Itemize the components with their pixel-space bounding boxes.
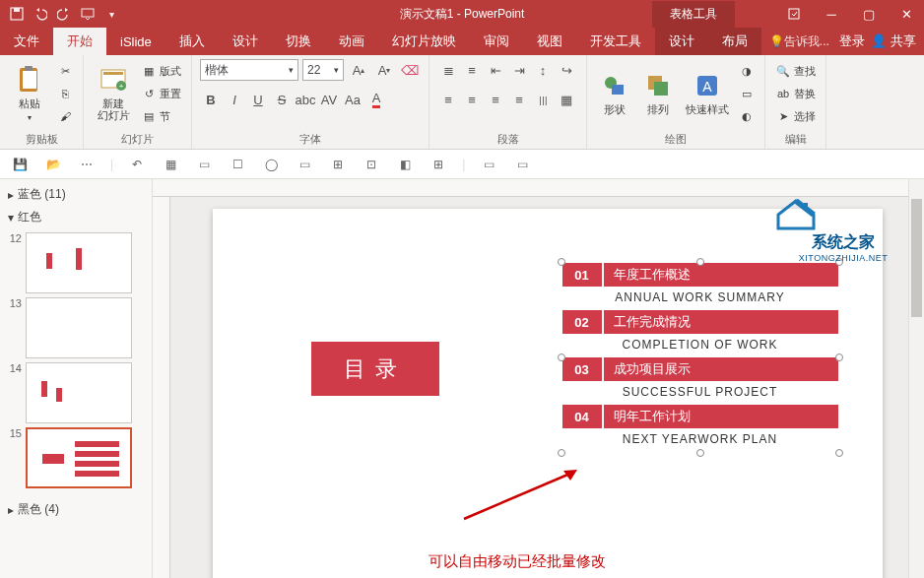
tab-layout[interactable]: 布局 xyxy=(708,28,761,55)
grow-font-button[interactable]: A▴ xyxy=(348,59,369,81)
toc-title-box[interactable]: 目录 xyxy=(311,342,439,396)
tab-animations[interactable]: 动画 xyxy=(325,28,378,55)
clear-format-button[interactable]: ⌫ xyxy=(399,59,421,81)
undo-icon[interactable] xyxy=(32,5,49,23)
group-font: 楷体▾ 22▾ A▴ A▾ ⌫ B I U S abc AV Aa A 字体 xyxy=(192,55,429,149)
toc-row[interactable]: 03成功项目展示 xyxy=(562,357,838,381)
line-spacing-button[interactable]: ↕ xyxy=(532,59,554,81)
section-icon: ▤ xyxy=(141,108,157,124)
tell-me-search[interactable]: 💡 告诉我... xyxy=(769,28,829,55)
shape-outline-button[interactable]: ▭ xyxy=(737,84,757,103)
quickstyles-button[interactable]: A快速样式 xyxy=(682,59,733,128)
tool-icon[interactable]: ▭ xyxy=(479,155,498,174)
thumb-14[interactable]: 14 xyxy=(6,362,146,423)
ribbon-options-icon[interactable] xyxy=(776,0,812,28)
new-slide-button[interactable]: + 新建 幻灯片 xyxy=(92,59,135,128)
slide-nav-pane[interactable]: ▸蓝色 (11) ▾红色 12 13 14 15 ▸黑色 (4) xyxy=(0,179,153,578)
shapes-button[interactable]: 形状 xyxy=(595,59,634,128)
toc-row[interactable]: 01年度工作概述 xyxy=(562,263,838,287)
tab-review[interactable]: 审阅 xyxy=(470,28,523,55)
bullets-button[interactable]: ≣ xyxy=(437,59,459,81)
spacing-button[interactable]: AV xyxy=(318,89,340,110)
slide[interactable]: 目录 01年度工作概述ANNUAL WORK SUMMARY02工作完成情况CO… xyxy=(213,209,883,578)
format-painter-button[interactable]: 🖌 xyxy=(55,106,75,126)
tool-icon[interactable]: ▭ xyxy=(194,155,214,174)
tool-icon[interactable]: ▦ xyxy=(161,155,180,174)
font-size-select[interactable]: 22▾ xyxy=(302,59,344,81)
redo-icon[interactable] xyxy=(55,5,73,23)
cut-button[interactable]: ✂ xyxy=(55,61,75,81)
text-direction-button[interactable]: ↪ xyxy=(556,59,577,81)
section-red[interactable]: ▾红色 xyxy=(6,206,146,228)
tool-icon[interactable]: ⊞ xyxy=(429,155,448,174)
thumb-12[interactable]: 12 xyxy=(6,232,146,293)
qat-more-icon[interactable]: ▾ xyxy=(102,5,120,23)
section-button[interactable]: ▤节 xyxy=(139,106,183,126)
tab-home[interactable]: 开始 xyxy=(53,28,106,55)
tool-icon[interactable]: ▭ xyxy=(295,155,314,174)
toc-row[interactable]: 02工作完成情况 xyxy=(562,310,838,334)
toc-table[interactable]: 01年度工作概述ANNUAL WORK SUMMARY02工作完成情况COMPL… xyxy=(562,263,838,452)
tab-view[interactable]: 视图 xyxy=(523,28,576,55)
open-icon[interactable]: 📂 xyxy=(43,155,63,174)
select-button[interactable]: ➤选择 xyxy=(773,106,818,126)
start-slideshow-icon[interactable] xyxy=(79,5,97,23)
reset-button[interactable]: ↺重置 xyxy=(139,84,183,103)
find-button[interactable]: 🔍查找 xyxy=(773,61,818,81)
arrange-button[interactable]: 排列 xyxy=(638,59,678,128)
tab-transitions[interactable]: 切换 xyxy=(272,28,325,55)
indent-left-button[interactable]: ⇤ xyxy=(485,59,506,81)
bold-button[interactable]: B xyxy=(200,89,222,110)
font-name-select[interactable]: 楷体▾ xyxy=(200,59,298,81)
numbering-button[interactable]: ≡ xyxy=(461,59,483,81)
tab-table-design[interactable]: 设计 xyxy=(655,28,708,55)
close-button[interactable]: ✕ xyxy=(889,0,924,28)
tab-design[interactable]: 设计 xyxy=(219,28,272,55)
thumb-13[interactable]: 13 xyxy=(6,297,146,358)
maximize-button[interactable]: ▢ xyxy=(851,0,887,28)
tool-icon[interactable]: ◯ xyxy=(261,155,281,174)
shape-effects-button[interactable]: ◐ xyxy=(737,106,757,126)
tab-slideshow[interactable]: 幻灯片放映 xyxy=(378,28,470,55)
share-button[interactable]: 👤 共享 xyxy=(871,32,916,50)
tab-insert[interactable]: 插入 xyxy=(165,28,219,55)
section-blue[interactable]: ▸蓝色 (11) xyxy=(6,183,146,206)
toc-row[interactable]: 04明年工作计划 xyxy=(562,405,838,428)
columns-button[interactable]: ⫼ xyxy=(532,89,554,110)
indent-right-button[interactable]: ⇥ xyxy=(508,59,530,81)
save-icon[interactable]: 💾 xyxy=(10,155,30,174)
align-left-button[interactable]: ≡ xyxy=(437,89,459,110)
more-icon[interactable]: ⋯ xyxy=(77,155,97,174)
tool-icon[interactable]: ⊞ xyxy=(328,155,348,174)
justify-button[interactable]: ≡ xyxy=(508,89,530,110)
align-right-button[interactable]: ≡ xyxy=(485,89,506,110)
tab-islide[interactable]: iSlide xyxy=(106,28,165,55)
tab-developer[interactable]: 开发工具 xyxy=(576,28,655,55)
layout-button[interactable]: ▦版式 xyxy=(139,61,183,81)
thumb-15[interactable]: 15 xyxy=(6,427,146,488)
shadow-button[interactable]: abc xyxy=(295,89,316,110)
section-black[interactable]: ▸黑色 (4) xyxy=(6,498,146,521)
copy-button[interactable]: ⎘ xyxy=(55,84,75,103)
tab-file[interactable]: 文件 xyxy=(0,28,53,55)
tool-icon[interactable]: ↶ xyxy=(127,155,147,174)
replace-button[interactable]: ab替换 xyxy=(773,84,818,103)
signin-link[interactable]: 登录 xyxy=(839,32,865,50)
shrink-font-button[interactable]: A▾ xyxy=(373,59,395,81)
font-color-button[interactable]: A xyxy=(365,89,387,110)
italic-button[interactable]: I xyxy=(224,89,245,110)
tool-icon[interactable]: ◧ xyxy=(395,155,415,174)
minimize-button[interactable]: ─ xyxy=(814,0,849,28)
smartart-button[interactable]: ▦ xyxy=(556,89,577,110)
underline-button[interactable]: U xyxy=(247,89,269,110)
tool-icon[interactable]: ▭ xyxy=(512,155,532,174)
case-button[interactable]: Aa xyxy=(342,89,363,110)
tool-icon[interactable]: ⊡ xyxy=(362,155,381,174)
tool-icon[interactable]: ☐ xyxy=(228,155,247,174)
scroll-thumb[interactable] xyxy=(911,199,922,317)
save-icon[interactable] xyxy=(8,5,26,23)
strike-button[interactable]: S xyxy=(271,89,293,110)
shape-fill-button[interactable]: ◑ xyxy=(737,61,757,81)
paste-button[interactable]: 粘贴▾ xyxy=(8,59,51,128)
align-center-button[interactable]: ≡ xyxy=(461,89,483,110)
